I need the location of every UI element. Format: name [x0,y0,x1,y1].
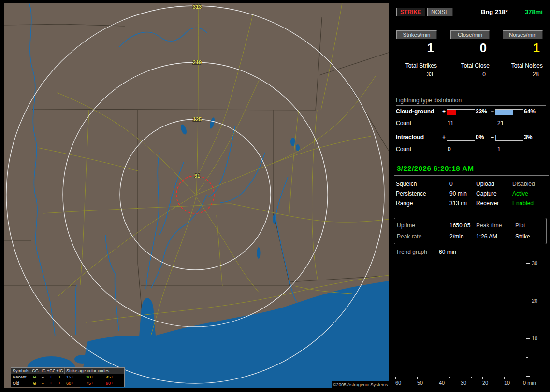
symbols-legend: Symbols -CG -IC +CG +IC Strike age color… [11,367,125,387]
noises-per-min-value: 1 [503,41,543,55]
close-column: Close/min 0 Total Close 0 [450,30,490,78]
uptime-value: 1650:05 [449,222,470,229]
age-45: 45+ [104,374,124,380]
info-panel: STRIKE NOISE Bng 218° 378mi Strikes/min … [393,0,550,392]
ic-positive-pct: 0% [476,134,484,140]
trend-graph: 30 20 10 60 50 40 30 20 10 0 min [393,257,550,392]
cg-positive-count: 11 [448,120,453,126]
graph-x-tick-0: 0 min [523,380,536,386]
ic-negative-pct: 3% [524,134,532,140]
cg-negative-bar-fill [495,110,513,115]
noises-column: Noises/min 1 Total Noises 28 [503,30,543,78]
total-noises-label: Total Noises [503,62,543,69]
divider [396,95,546,95]
legend-age-title: Strike age color codes [64,368,124,374]
strikes-per-min-button[interactable]: Strikes/min [396,30,437,39]
cg-negative-pct: 64% [524,108,536,115]
datetime-display: 3/22/2026 6:20:18 AM [394,161,549,176]
close-per-min-value: 0 [450,41,490,55]
bearing-label: Bng 218° [481,7,508,17]
legend-title: Symbols [11,368,30,374]
receiver-status: Enabled [512,200,534,207]
trend-graph-label: Trend graph [396,249,427,255]
total-strikes-value: 33 [396,71,437,78]
legend-header-pic: +IC [55,368,64,374]
upload-status: Disabled [512,181,535,187]
legend-header-nic: -IC [39,368,47,374]
capture-label: Capture [476,190,497,197]
legend-row-recent-label: Recent [11,374,30,380]
legend-row-old-label: Old [11,380,30,387]
age-90: 90+ [104,380,124,387]
receiver-label: Receiver [476,200,499,207]
minus-sign: − [491,108,494,115]
total-close-value: 0 [450,71,490,78]
copyright-notice: ©2005 Astrogenic Systems [332,381,389,388]
ring-label-219: 219 [193,59,202,65]
intracloud-label: Intracloud [396,134,424,140]
cg-positive-pct: 33% [476,108,487,115]
ic-negative-bar [495,135,523,141]
graph-x-tick-50: 50 [417,380,423,386]
plus-sign: + [442,108,446,115]
legend-header-pcg: +CG [47,368,55,374]
minus-sign: − [491,134,494,140]
ncg-old-icon: ⊖ [30,380,39,387]
pcg-old-icon: + [47,380,55,387]
total-strikes-label: Total Strikes [396,62,437,69]
cg-negative-bar [495,109,523,115]
ic-positive-count: 0 [448,146,451,153]
ring-label-125: 125 [193,116,202,122]
lake [257,247,261,259]
cg-positive-bar [447,109,475,115]
graph-x-tick-10: 10 [504,380,510,386]
graph-y-tick-10: 10 [532,336,537,341]
range-label: Range [396,200,413,207]
ring-label-313: 313 [193,4,202,10]
pcg-recent-icon: + [47,374,55,380]
cg-negative-count: 21 [497,120,504,126]
divider [396,105,546,106]
distribution-title: Lightning type distribution [396,97,462,104]
graph-y-tick-20: 20 [532,298,537,304]
capture-status: Active [512,190,528,197]
age-75: 75+ [84,380,104,387]
ic-negative-count: 1 [497,146,501,153]
nic-recent-icon: − [39,374,47,380]
bearing-box: Bng 218° 378mi [478,7,546,17]
lightning-map[interactable]: 313 219 125 31 [4,3,389,388]
trend-graph-value: 60 min [439,249,456,255]
lake [296,144,300,151]
ic-negative-bar-fill [495,135,496,140]
age-15: 15+ [64,374,84,380]
age-30: 30+ [84,374,104,380]
peak-time-label: Peak time [476,222,502,229]
persistence-value: 90 min [449,190,467,197]
graph-x-tick-30: 30 [461,380,466,386]
ic-positive-bar [447,135,475,141]
peak-rate-value: 2/min [449,233,463,240]
pic-old-icon: + [55,380,64,387]
close-per-min-button[interactable]: Close/min [450,30,490,39]
plot-label: Plot [515,222,525,229]
total-close-label: Total Close [450,62,490,69]
squelch-label: Squelch [396,181,417,187]
ic-count-label: Count [396,146,411,153]
graph-x-tick-20: 20 [482,380,488,386]
map-area: 313 219 125 31 Symbols -CG -IC +CG +IC S… [4,3,389,388]
noise-button[interactable]: NOISE [427,8,453,16]
pic-recent-icon: + [55,374,64,380]
noises-per-min-button[interactable]: Noises/min [503,30,543,39]
plot-value: Strike [515,233,530,240]
peak-rate-label: Peak rate [397,233,421,240]
strike-button[interactable]: STRIKE [396,8,425,16]
legend-header-ncg: -CG [30,368,39,374]
peak-time-value: 1:26 AM [476,233,497,240]
age-60: 60+ [64,380,84,387]
ring-label-31: 31 [194,173,200,179]
range-value: 313 mi [449,200,467,207]
graph-y-tick-30: 30 [532,260,537,266]
cloud-ground-label: Cloud-ground [396,108,434,115]
cg-count-label: Count [396,120,411,126]
persistence-label: Persistence [396,190,426,197]
